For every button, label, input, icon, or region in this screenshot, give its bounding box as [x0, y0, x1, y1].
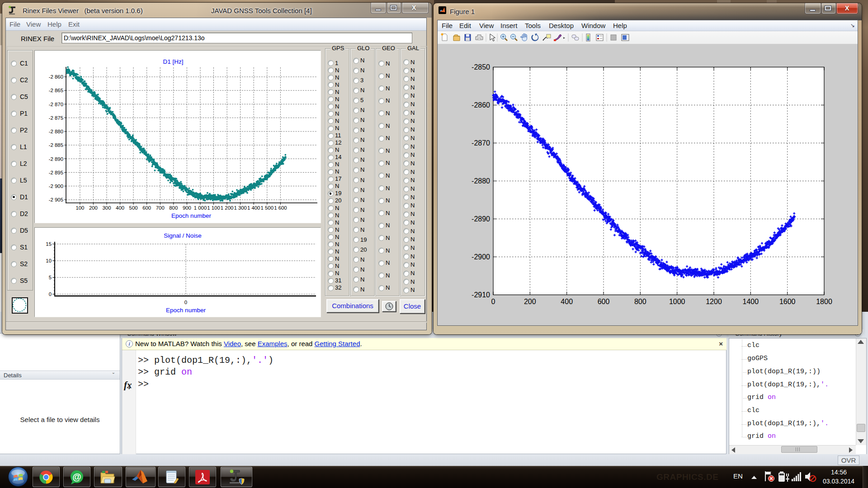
svg-text:-2850: -2850 [472, 63, 490, 71]
svg-text:1400: 1400 [743, 298, 759, 305]
svg-text:-2900: -2900 [472, 253, 490, 261]
svg-text:1000: 1000 [669, 298, 685, 305]
svg-text:-2910: -2910 [472, 291, 490, 299]
svg-text:1600: 1600 [779, 298, 796, 305]
svg-text:1800: 1800 [816, 298, 832, 305]
svg-text:200: 200 [524, 298, 536, 305]
svg-text:800: 800 [634, 298, 646, 305]
svg-text:-2880: -2880 [472, 177, 490, 185]
svg-text:400: 400 [561, 298, 573, 305]
svg-text:0: 0 [491, 298, 495, 305]
svg-text:-2870: -2870 [472, 139, 490, 147]
svg-text:1200: 1200 [706, 298, 722, 305]
svg-text:-2860: -2860 [472, 101, 490, 109]
svg-text:@: @ [72, 472, 81, 482]
svg-text:-2890: -2890 [472, 215, 490, 223]
svg-text:600: 600 [598, 298, 610, 305]
